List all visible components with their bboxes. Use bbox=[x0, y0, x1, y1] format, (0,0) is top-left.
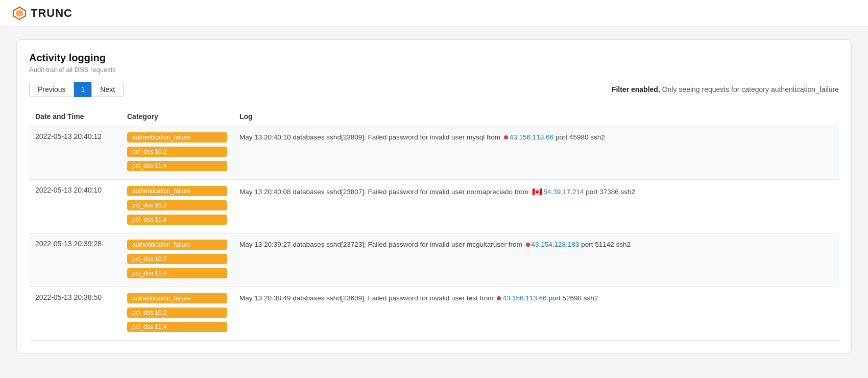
filter-info: Filter enabled. Only seeing requests for… bbox=[612, 85, 839, 93]
category-tag: pci_dss:11.4 bbox=[127, 268, 227, 278]
ip-indicator-dot bbox=[497, 296, 501, 300]
category-tag: pci_dss:10.2 bbox=[127, 200, 227, 210]
ip-address[interactable]: 43.156.113.66 bbox=[510, 133, 553, 141]
category-tag: authentication_failure bbox=[127, 186, 227, 196]
category-tag: pci_dss:10.2 bbox=[127, 308, 227, 318]
svg-marker-1 bbox=[16, 10, 23, 17]
cell-log: May 13 20:40:10 databases sshd[23809]: F… bbox=[233, 126, 839, 180]
ip-address[interactable]: 43.156.113.66 bbox=[502, 294, 546, 302]
category-tag: authentication_failure bbox=[127, 293, 227, 303]
page-1-button[interactable]: 1 bbox=[74, 82, 91, 97]
logo-icon bbox=[12, 6, 27, 20]
ip-flag-canada: 🇨🇦 bbox=[532, 186, 542, 198]
category-tag: pci_dss:11.4 bbox=[127, 161, 227, 171]
filter-rest: Only seeing requests for category authen… bbox=[660, 85, 839, 93]
category-tag: pci_dss:11.4 bbox=[127, 322, 227, 332]
ip-indicator-dot bbox=[504, 135, 508, 139]
category-tag: authentication_failure bbox=[127, 132, 227, 143]
col-header-log: Log bbox=[233, 107, 839, 126]
ip-indicator-dot bbox=[526, 243, 530, 247]
log-text: May 13 20:38:49 databases sshd[23609]: F… bbox=[239, 294, 598, 302]
cell-category: authentication_failurepci_dss:10.2pci_ds… bbox=[121, 126, 233, 180]
card-title: Activity logging bbox=[29, 52, 839, 64]
logo: TRUNC bbox=[12, 6, 73, 20]
log-text: May 13 20:40:10 databases sshd[23809]: F… bbox=[239, 133, 605, 141]
ip-address[interactable]: 54.39.17.214 bbox=[544, 188, 584, 196]
filter-bold: Filter enabled. bbox=[612, 85, 660, 93]
ip-address[interactable]: 43.154.128.183 bbox=[532, 241, 580, 248]
activity-log-card: Activity logging Audit trail of all DNS … bbox=[16, 39, 852, 353]
col-header-category: Category bbox=[121, 107, 233, 126]
table-row: 2022-05-13 20:39:28authentication_failur… bbox=[29, 233, 839, 287]
cell-log: May 13 20:38:49 databases sshd[23609]: F… bbox=[233, 287, 839, 341]
cell-datetime: 2022-05-13 20:38:50 bbox=[29, 287, 121, 341]
category-tag: pci_dss:11.4 bbox=[127, 215, 227, 225]
card-subtitle: Audit trail of all DNS requests bbox=[29, 66, 839, 74]
main-content: Activity logging Audit trail of all DNS … bbox=[0, 27, 868, 366]
cell-datetime: 2022-05-13 20:40:12 bbox=[29, 126, 121, 180]
previous-button[interactable]: Previous bbox=[29, 82, 74, 97]
log-text: May 13 20:39:27 databases sshd[23723]: F… bbox=[239, 241, 631, 248]
activity-table: Date and Time Category Log 2022-05-13 20… bbox=[29, 107, 839, 341]
cell-datetime: 2022-05-13 20:39:28 bbox=[29, 233, 121, 287]
cell-category: authentication_failurepci_dss:10.2pci_ds… bbox=[121, 233, 233, 287]
category-tag: pci_dss:10.2 bbox=[127, 254, 227, 264]
app-header: TRUNC bbox=[0, 0, 868, 27]
table-header-row: Date and Time Category Log bbox=[29, 107, 839, 126]
table-row: 2022-05-13 20:38:50authentication_failur… bbox=[29, 287, 839, 341]
table-row: 2022-05-13 20:40:10authentication_failur… bbox=[29, 180, 839, 233]
cell-category: authentication_failurepci_dss:10.2pci_ds… bbox=[121, 180, 233, 233]
category-tag: pci_dss:10.2 bbox=[127, 147, 227, 157]
logo-text: TRUNC bbox=[31, 7, 73, 20]
table-row: 2022-05-13 20:40:12authentication_failur… bbox=[29, 126, 839, 180]
col-header-datetime: Date and Time bbox=[29, 107, 121, 126]
cell-log: May 13 20:40:08 databases sshd[23807]: F… bbox=[233, 180, 839, 233]
log-text: May 13 20:40:08 databases sshd[23807]: F… bbox=[239, 188, 635, 196]
pagination-filter-row: Previous 1 Next Filter enabled. Only see… bbox=[29, 82, 839, 97]
cell-datetime: 2022-05-13 20:40:10 bbox=[29, 180, 121, 233]
category-tag: authentication_failure bbox=[127, 240, 227, 250]
next-button[interactable]: Next bbox=[91, 82, 124, 97]
cell-log: May 13 20:39:27 databases sshd[23723]: F… bbox=[233, 233, 839, 287]
pagination: Previous 1 Next bbox=[29, 82, 124, 97]
cell-category: authentication_failurepci_dss:10.2pci_ds… bbox=[121, 287, 233, 341]
